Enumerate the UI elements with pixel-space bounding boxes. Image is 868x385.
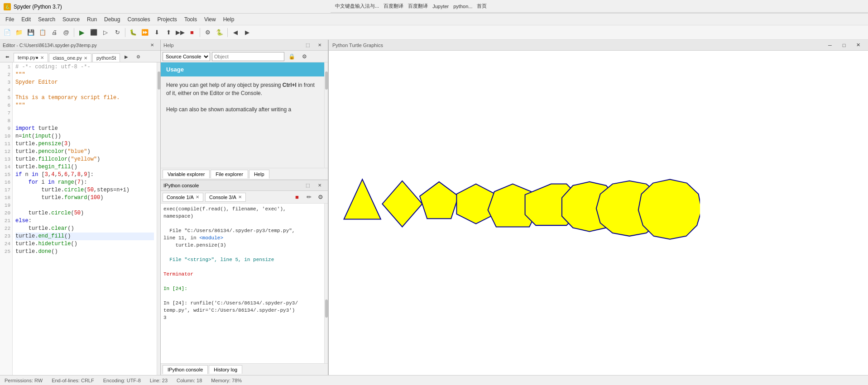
console-bottom-tabs: IPython console History log — [161, 363, 328, 375]
tab-variable-explorer[interactable]: Variable explorer — [163, 170, 210, 178]
console-tab-1[interactable]: Console 1/A ✕ — [163, 193, 203, 202]
tab-help[interactable]: Help — [249, 170, 269, 179]
console-scrollbar-thumb[interactable] — [325, 299, 328, 318]
rerun-button[interactable]: ↻ — [112, 27, 123, 38]
turtle-minimize[interactable]: ─ — [824, 41, 836, 50]
editor-options-button[interactable]: ⚙ — [133, 51, 144, 62]
menu-help[interactable]: Help — [220, 15, 238, 24]
console-interrupt-button[interactable]: ■ — [292, 192, 302, 203]
tab-ipython-console[interactable]: IPython console — [163, 365, 208, 374]
editor-scrollbar[interactable] — [157, 62, 160, 375]
turtle-maximize[interactable]: □ — [838, 41, 850, 50]
menu-consoles[interactable]: Consoles — [124, 15, 153, 24]
console-restart-button[interactable]: ✏ — [303, 192, 314, 203]
forward-button[interactable]: ▶ — [242, 27, 253, 38]
title-bar-left: 🐍 Spyder (Python 3.7) — [4, 3, 62, 10]
usage-header: Usage — [161, 62, 324, 76]
toolbar-separator-3 — [200, 28, 200, 37]
help-object-input[interactable] — [212, 52, 284, 61]
preferences-button[interactable]: ⚙ — [202, 27, 213, 38]
ipython-float-button[interactable]: ⬚ — [302, 180, 313, 191]
menu-tools[interactable]: Tools — [181, 15, 201, 24]
tab-temp-py[interactable]: temp.py● ✕ — [14, 53, 48, 62]
email-button[interactable]: @ — [61, 27, 72, 38]
menu-run[interactable]: Run — [83, 15, 101, 24]
save-all-button[interactable]: 📋 — [37, 27, 48, 38]
console-line-2: namespace) — [163, 213, 321, 220]
console-line-5: line 11, in <module> — [163, 234, 321, 242]
menu-search[interactable]: Search — [34, 15, 59, 24]
editor-scrollbar-thumb[interactable] — [158, 71, 160, 90]
ipython-close-button[interactable]: ✕ — [314, 180, 325, 191]
menu-source[interactable]: Source — [59, 15, 83, 24]
editor-close-button[interactable]: ✕ — [147, 40, 158, 51]
code-line-19 — [15, 202, 154, 209]
menu-projects[interactable]: Projects — [154, 15, 181, 24]
print-button[interactable]: 🖨 — [49, 27, 60, 38]
tab-class-one-close[interactable]: ✕ — [84, 56, 87, 61]
help-settings-button[interactable]: ⚙ — [299, 51, 310, 62]
code-line-23: turtle.end_fill() — [15, 233, 154, 240]
menu-edit[interactable]: Edit — [18, 15, 34, 24]
console-tab-3-close[interactable]: ✕ — [238, 195, 242, 200]
console-options-button[interactable]: ⚙ — [315, 192, 326, 203]
step-into-button[interactable]: ⬇ — [151, 27, 162, 38]
code-line-18: turtle.forward(100) — [15, 194, 154, 202]
new-file-button[interactable]: 📄 — [2, 27, 13, 38]
console-output[interactable]: exec(compile(f.read(), filename, 'exec')… — [161, 204, 324, 363]
run-selection-button[interactable]: ▷ — [100, 27, 111, 38]
step-button[interactable]: ⏩ — [139, 27, 150, 38]
help-scrollbar-thumb[interactable] — [325, 71, 328, 90]
run-file-button[interactable]: ⬛ — [88, 27, 99, 38]
console-tab-1-close[interactable]: ✕ — [196, 195, 199, 200]
open-file-button[interactable]: 📁 — [14, 27, 24, 38]
ipython-header-controls: ⬚ ✕ — [302, 180, 325, 191]
help-lock-button[interactable]: 🔒 — [286, 51, 297, 62]
app-icon: 🐍 — [4, 3, 11, 10]
line-numbers: 12345 678910 1112131415 1617181920 21222… — [0, 62, 13, 375]
stop-button[interactable]: ■ — [187, 27, 197, 38]
code-line-11: turtle.pensize(3) — [15, 140, 154, 148]
prev-tab-button[interactable]: ⬅ — [2, 51, 13, 62]
tab-file-explorer[interactable]: File explorer — [211, 170, 248, 178]
turtle-window-controls: ─ □ ✕ — [824, 41, 864, 50]
tab-python-st[interactable]: pythonSt — [92, 53, 120, 62]
code-line-15: if n in [3,4,5,6,7,8,9]: — [15, 171, 154, 179]
code-line-9: import turtle — [15, 125, 154, 133]
status-encoding: Encoding: UTF-8 — [103, 378, 141, 383]
shape-3 — [344, 179, 381, 219]
help-header-controls: ⬚ ✕ — [302, 40, 325, 51]
tab-temp-py-close[interactable]: ✕ — [40, 55, 44, 60]
menu-file[interactable]: File — [2, 15, 18, 24]
console-scrollbar[interactable] — [324, 204, 328, 363]
help-source-select[interactable]: Source Console — [163, 52, 210, 61]
menu-view[interactable]: View — [201, 15, 220, 24]
debug-button[interactable]: 🐛 — [128, 27, 139, 38]
shape-6 — [456, 184, 495, 223]
status-permissions: Permissions: RW — [5, 378, 43, 383]
save-file-button[interactable]: 💾 — [25, 27, 36, 38]
spyder-button[interactable]: 🐍 — [214, 27, 225, 38]
console-tab-3[interactable]: Console 3/A ✕ — [205, 193, 246, 202]
menu-debug[interactable]: Debug — [101, 15, 124, 24]
continue-button[interactable]: ▶▶ — [175, 27, 186, 38]
run-button[interactable]: ▶ — [77, 27, 87, 38]
code-content[interactable]: # -*- coding: utf-8 -*- """ Spyder Edito… — [13, 62, 157, 375]
step-return-button[interactable]: ⬆ — [163, 27, 174, 38]
more-tabs-button[interactable]: ▶ — [121, 51, 132, 62]
turtle-shapes-svg — [338, 118, 700, 308]
menu-bar: File Edit Search Source Run Debug Consol… — [0, 14, 868, 25]
turtle-close[interactable]: ✕ — [852, 41, 864, 50]
help-scrollbar[interactable] — [324, 62, 328, 168]
back-button[interactable]: ◀ — [230, 27, 241, 38]
help-close-button[interactable]: ✕ — [314, 40, 325, 51]
help-float-button[interactable]: ⬚ — [302, 40, 313, 51]
tab-history-log[interactable]: History log — [209, 365, 242, 374]
editor-header-buttons: ✕ — [147, 40, 158, 51]
tab-class-one[interactable]: class_one.py ✕ — [49, 53, 91, 62]
ipython-title: IPython console — [163, 183, 199, 188]
shape-5 — [420, 181, 458, 218]
toolbar-separator-4 — [227, 28, 228, 37]
shape-4 — [382, 181, 422, 227]
bottom-tabs: Variable explorer File explorer Help — [161, 168, 328, 180]
